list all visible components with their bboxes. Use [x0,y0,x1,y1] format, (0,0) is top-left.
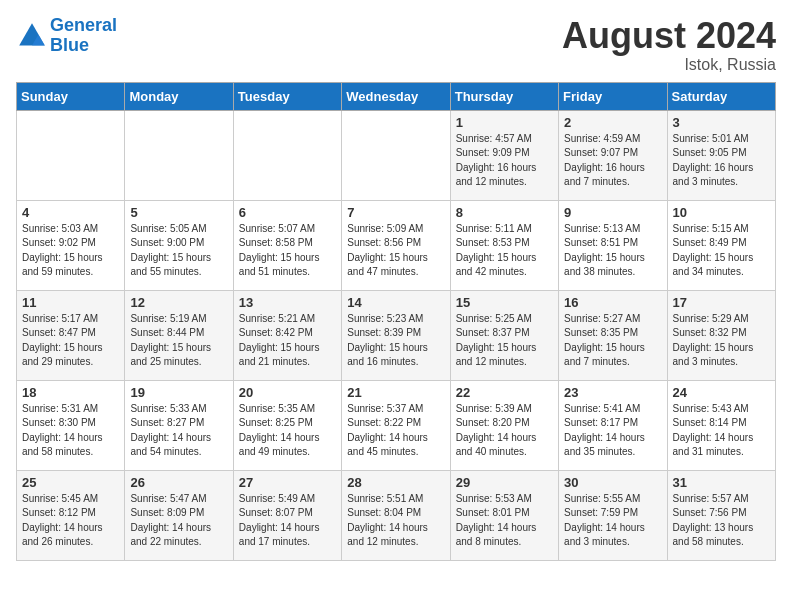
day-info: Sunrise: 5:15 AM Sunset: 8:49 PM Dayligh… [673,222,770,280]
day-number: 31 [673,475,770,490]
day-cell: 4Sunrise: 5:03 AM Sunset: 9:02 PM Daylig… [17,200,125,290]
day-number: 8 [456,205,553,220]
day-info: Sunrise: 5:55 AM Sunset: 7:59 PM Dayligh… [564,492,661,550]
header-monday: Monday [125,82,233,110]
day-info: Sunrise: 5:41 AM Sunset: 8:17 PM Dayligh… [564,402,661,460]
day-number: 22 [456,385,553,400]
location: Istok, Russia [562,56,776,74]
day-cell: 23Sunrise: 5:41 AM Sunset: 8:17 PM Dayli… [559,380,667,470]
day-number: 30 [564,475,661,490]
logo-line2: Blue [50,36,117,56]
day-cell: 21Sunrise: 5:37 AM Sunset: 8:22 PM Dayli… [342,380,450,470]
day-number: 15 [456,295,553,310]
day-number: 21 [347,385,444,400]
day-info: Sunrise: 5:29 AM Sunset: 8:32 PM Dayligh… [673,312,770,370]
day-cell: 15Sunrise: 5:25 AM Sunset: 8:37 PM Dayli… [450,290,558,380]
page-header: General Blue August 2024 Istok, Russia [16,16,776,74]
day-info: Sunrise: 5:13 AM Sunset: 8:51 PM Dayligh… [564,222,661,280]
header-thursday: Thursday [450,82,558,110]
day-cell: 12Sunrise: 5:19 AM Sunset: 8:44 PM Dayli… [125,290,233,380]
header-tuesday: Tuesday [233,82,341,110]
day-number: 6 [239,205,336,220]
day-number: 18 [22,385,119,400]
day-number: 13 [239,295,336,310]
calendar-table: SundayMondayTuesdayWednesdayThursdayFrid… [16,82,776,561]
day-info: Sunrise: 5:05 AM Sunset: 9:00 PM Dayligh… [130,222,227,280]
day-info: Sunrise: 5:07 AM Sunset: 8:58 PM Dayligh… [239,222,336,280]
day-number: 7 [347,205,444,220]
day-cell: 16Sunrise: 5:27 AM Sunset: 8:35 PM Dayli… [559,290,667,380]
day-info: Sunrise: 5:37 AM Sunset: 8:22 PM Dayligh… [347,402,444,460]
day-info: Sunrise: 5:21 AM Sunset: 8:42 PM Dayligh… [239,312,336,370]
week-row-4: 18Sunrise: 5:31 AM Sunset: 8:30 PM Dayli… [17,380,776,470]
day-cell: 31Sunrise: 5:57 AM Sunset: 7:56 PM Dayli… [667,470,775,560]
day-info: Sunrise: 4:59 AM Sunset: 9:07 PM Dayligh… [564,132,661,190]
day-cell: 18Sunrise: 5:31 AM Sunset: 8:30 PM Dayli… [17,380,125,470]
day-info: Sunrise: 5:39 AM Sunset: 8:20 PM Dayligh… [456,402,553,460]
day-number: 2 [564,115,661,130]
day-cell: 28Sunrise: 5:51 AM Sunset: 8:04 PM Dayli… [342,470,450,560]
header-wednesday: Wednesday [342,82,450,110]
day-info: Sunrise: 5:53 AM Sunset: 8:01 PM Dayligh… [456,492,553,550]
day-cell: 30Sunrise: 5:55 AM Sunset: 7:59 PM Dayli… [559,470,667,560]
week-row-2: 4Sunrise: 5:03 AM Sunset: 9:02 PM Daylig… [17,200,776,290]
day-cell: 19Sunrise: 5:33 AM Sunset: 8:27 PM Dayli… [125,380,233,470]
day-cell: 17Sunrise: 5:29 AM Sunset: 8:32 PM Dayli… [667,290,775,380]
day-cell: 7Sunrise: 5:09 AM Sunset: 8:56 PM Daylig… [342,200,450,290]
week-row-3: 11Sunrise: 5:17 AM Sunset: 8:47 PM Dayli… [17,290,776,380]
day-info: Sunrise: 5:49 AM Sunset: 8:07 PM Dayligh… [239,492,336,550]
day-number: 5 [130,205,227,220]
day-number: 20 [239,385,336,400]
day-cell: 1Sunrise: 4:57 AM Sunset: 9:09 PM Daylig… [450,110,558,200]
day-number: 29 [456,475,553,490]
day-cell: 22Sunrise: 5:39 AM Sunset: 8:20 PM Dayli… [450,380,558,470]
day-info: Sunrise: 5:27 AM Sunset: 8:35 PM Dayligh… [564,312,661,370]
day-number: 12 [130,295,227,310]
day-cell: 24Sunrise: 5:43 AM Sunset: 8:14 PM Dayli… [667,380,775,470]
month-year: August 2024 [562,16,776,56]
day-cell: 27Sunrise: 5:49 AM Sunset: 8:07 PM Dayli… [233,470,341,560]
week-row-1: 1Sunrise: 4:57 AM Sunset: 9:09 PM Daylig… [17,110,776,200]
header-saturday: Saturday [667,82,775,110]
day-number: 14 [347,295,444,310]
day-cell: 11Sunrise: 5:17 AM Sunset: 8:47 PM Dayli… [17,290,125,380]
day-number: 27 [239,475,336,490]
day-cell: 5Sunrise: 5:05 AM Sunset: 9:00 PM Daylig… [125,200,233,290]
day-info: Sunrise: 5:33 AM Sunset: 8:27 PM Dayligh… [130,402,227,460]
title-block: August 2024 Istok, Russia [562,16,776,74]
day-number: 4 [22,205,119,220]
day-info: Sunrise: 5:43 AM Sunset: 8:14 PM Dayligh… [673,402,770,460]
logo-line1: General [50,16,117,36]
day-number: 10 [673,205,770,220]
day-info: Sunrise: 5:17 AM Sunset: 8:47 PM Dayligh… [22,312,119,370]
day-cell: 8Sunrise: 5:11 AM Sunset: 8:53 PM Daylig… [450,200,558,290]
day-number: 19 [130,385,227,400]
day-number: 24 [673,385,770,400]
day-info: Sunrise: 5:25 AM Sunset: 8:37 PM Dayligh… [456,312,553,370]
day-info: Sunrise: 5:57 AM Sunset: 7:56 PM Dayligh… [673,492,770,550]
day-cell: 14Sunrise: 5:23 AM Sunset: 8:39 PM Dayli… [342,290,450,380]
day-info: Sunrise: 5:35 AM Sunset: 8:25 PM Dayligh… [239,402,336,460]
day-number: 17 [673,295,770,310]
day-cell: 13Sunrise: 5:21 AM Sunset: 8:42 PM Dayli… [233,290,341,380]
day-number: 23 [564,385,661,400]
day-cell [342,110,450,200]
day-info: Sunrise: 5:31 AM Sunset: 8:30 PM Dayligh… [22,402,119,460]
day-cell: 29Sunrise: 5:53 AM Sunset: 8:01 PM Dayli… [450,470,558,560]
header-sunday: Sunday [17,82,125,110]
day-info: Sunrise: 5:23 AM Sunset: 8:39 PM Dayligh… [347,312,444,370]
day-number: 16 [564,295,661,310]
day-number: 1 [456,115,553,130]
logo-icon [16,20,48,52]
day-cell: 9Sunrise: 5:13 AM Sunset: 8:51 PM Daylig… [559,200,667,290]
day-number: 26 [130,475,227,490]
day-number: 11 [22,295,119,310]
day-cell: 26Sunrise: 5:47 AM Sunset: 8:09 PM Dayli… [125,470,233,560]
day-info: Sunrise: 5:51 AM Sunset: 8:04 PM Dayligh… [347,492,444,550]
day-cell: 25Sunrise: 5:45 AM Sunset: 8:12 PM Dayli… [17,470,125,560]
day-cell: 6Sunrise: 5:07 AM Sunset: 8:58 PM Daylig… [233,200,341,290]
day-number: 28 [347,475,444,490]
day-cell [233,110,341,200]
week-row-5: 25Sunrise: 5:45 AM Sunset: 8:12 PM Dayli… [17,470,776,560]
day-info: Sunrise: 5:11 AM Sunset: 8:53 PM Dayligh… [456,222,553,280]
